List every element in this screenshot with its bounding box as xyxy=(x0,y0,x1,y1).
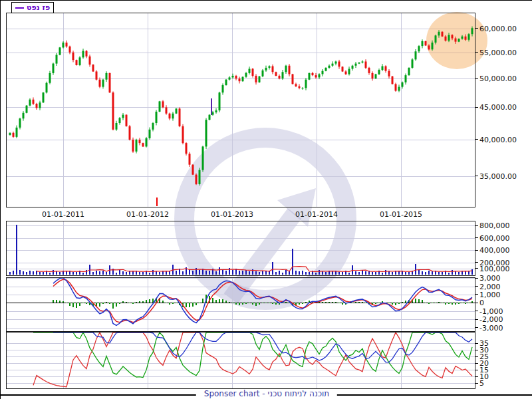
svg-text:01-01-2015: 01-01-2015 xyxy=(380,210,422,219)
legend-label: פז נפט xyxy=(27,3,50,13)
svg-text:-2,000: -2,000 xyxy=(479,315,503,324)
svg-text:01-01-2011: 01-01-2011 xyxy=(42,210,84,219)
svg-text:3,000: 3,000 xyxy=(479,274,501,283)
dmi-panel[interactable] xyxy=(33,332,472,387)
status-text: Sponser chart - תוכנה לניתוח טכני xyxy=(196,389,337,399)
y-axis-labels: 60,000.0055,000.0050,000.0045,000.0040,0… xyxy=(475,25,517,388)
svg-text:2,000: 2,000 xyxy=(479,283,501,291)
legend-line-swatch xyxy=(15,7,24,9)
svg-text:40,000.00: 40,000.00 xyxy=(479,136,517,144)
svg-text:100,000: 100,000 xyxy=(479,265,510,273)
panel-borders xyxy=(6,13,475,388)
svg-text:1,000: 1,000 xyxy=(479,291,501,299)
svg-text:45,000.00: 45,000.00 xyxy=(479,103,517,112)
chart-window: 60,000.0055,000.0050,000.0045,000.0040,0… xyxy=(0,0,532,399)
svg-text:-3,000: -3,000 xyxy=(479,324,503,332)
chart-canvas: 60,000.0055,000.0050,000.0045,000.0040,0… xyxy=(1,1,532,399)
svg-text:01-01-2012: 01-01-2012 xyxy=(126,210,169,219)
x-axis-labels: 01-01-201101-01-201201-01-201301-01-2014… xyxy=(42,210,422,219)
svg-text:0: 0 xyxy=(479,299,484,307)
svg-text:01-01-2013: 01-01-2013 xyxy=(211,210,253,219)
svg-text:400,000: 400,000 xyxy=(479,246,510,255)
svg-text:-1,000: -1,000 xyxy=(479,307,503,316)
svg-text:5: 5 xyxy=(479,379,484,388)
svg-text:600,000: 600,000 xyxy=(479,234,510,243)
svg-text:55,000.00: 55,000.00 xyxy=(479,49,517,57)
svg-text:35,000.00: 35,000.00 xyxy=(479,172,517,181)
volume-panel[interactable] xyxy=(9,225,473,275)
svg-text:800,000: 800,000 xyxy=(479,221,510,230)
series-legend[interactable]: פז נפט xyxy=(11,2,54,13)
status-bar: Sponser chart - תוכנה לניתוח טכני xyxy=(1,389,532,399)
main-price-panel[interactable] xyxy=(9,27,473,206)
svg-text:01-01-2014: 01-01-2014 xyxy=(295,210,338,219)
svg-text:60,000.00: 60,000.00 xyxy=(479,25,517,33)
svg-text:50,000.00: 50,000.00 xyxy=(479,74,517,83)
